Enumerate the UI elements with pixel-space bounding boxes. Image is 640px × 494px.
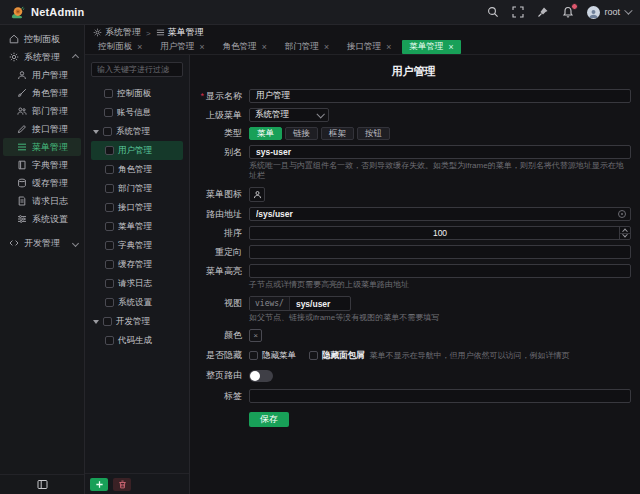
app-window: NetAdmin — [0, 0, 640, 494]
redirect-input[interactable] — [249, 245, 631, 259]
spinner-down-icon[interactable] — [620, 233, 630, 240]
menu-icon-label: 菜单图标 — [196, 188, 242, 201]
checkbox[interactable] — [105, 203, 114, 212]
sort-input[interactable] — [249, 226, 631, 240]
checkbox[interactable] — [105, 241, 114, 250]
tree-item-development[interactable]: 开发管理 — [91, 312, 183, 331]
close-icon[interactable] — [324, 42, 329, 52]
chevron-up-icon — [72, 53, 79, 60]
tab-departments[interactable]: 部门管理 — [278, 40, 336, 54]
close-icon[interactable] — [199, 42, 204, 52]
parent-menu-select[interactable]: 系统管理 — [249, 108, 329, 122]
checkbox[interactable] — [104, 89, 113, 98]
checkbox[interactable] — [105, 279, 114, 288]
sidebar-item-roles[interactable]: 角色管理 — [0, 84, 84, 102]
hide-menu-checkbox[interactable]: 隐藏菜单 — [249, 350, 296, 362]
sidebar-group-system[interactable]: 系统管理 — [0, 48, 84, 66]
checkbox[interactable] — [103, 317, 112, 326]
alias-input[interactable] — [249, 145, 631, 159]
tree-item-account[interactable]: 账号信息 — [91, 103, 183, 122]
tree-item-users-selected[interactable]: 用户管理 — [91, 141, 183, 160]
full-page-toggle[interactable] — [249, 370, 273, 382]
tree-item-settings[interactable]: 系统设置 — [91, 293, 183, 312]
sidebar-item-dashboard[interactable]: 控制面板 — [0, 30, 84, 48]
caret-down-icon[interactable] — [93, 130, 99, 134]
sidebar-group-development[interactable]: 开发管理 — [0, 234, 84, 252]
checkbox[interactable] — [105, 336, 114, 345]
route-suffix-icon[interactable] — [618, 210, 626, 218]
checkbox[interactable] — [105, 222, 114, 231]
collapse-sidebar-icon[interactable] — [37, 479, 48, 490]
pencil-icon — [17, 124, 27, 134]
add-menu-button[interactable] — [90, 478, 108, 491]
fullscreen-icon[interactable] — [512, 6, 524, 18]
hide-breadcrumb-checkbox[interactable]: 隐藏面包屑 — [309, 350, 365, 362]
tree-item-roles[interactable]: 角色管理 — [91, 160, 183, 179]
sidebar-item-cache[interactable]: 缓存管理 — [0, 174, 84, 192]
tab-roles[interactable]: 角色管理 — [216, 40, 274, 54]
checkbox[interactable] — [105, 260, 114, 269]
checkbox[interactable] — [105, 298, 114, 307]
sidebar-item-settings[interactable]: 系统设置 — [0, 210, 84, 228]
code-icon — [9, 238, 19, 248]
color-picker-button[interactable] — [249, 329, 262, 342]
pin-icon[interactable] — [537, 6, 549, 18]
close-icon[interactable] — [386, 42, 391, 52]
tree-item-system[interactable]: 系统管理 — [91, 122, 183, 141]
menu-icon-picker-button[interactable] — [249, 187, 265, 202]
notification-badge — [571, 3, 578, 10]
tree-item-dictionaries[interactable]: 字典管理 — [91, 236, 183, 255]
search-icon[interactable] — [487, 6, 499, 18]
breadcrumb-system[interactable]: 系统管理 — [93, 26, 141, 39]
checkbox[interactable] — [104, 108, 113, 117]
tab-users[interactable]: 用户管理 — [153, 40, 211, 54]
tab-menus-active[interactable]: 菜单管理 — [402, 40, 460, 54]
brush-icon — [17, 88, 27, 98]
type-option-menu[interactable]: 菜单 — [249, 127, 282, 140]
highlight-input[interactable] — [249, 264, 631, 278]
tree-item-cache[interactable]: 缓存管理 — [91, 255, 183, 274]
user-menu[interactable]: root — [587, 6, 630, 19]
caret-down-icon[interactable] — [93, 320, 99, 324]
form-title: 用户管理 — [196, 64, 631, 79]
tree-item-apis[interactable]: 接口管理 — [91, 198, 183, 217]
close-icon[interactable] — [137, 42, 142, 52]
menu-list-icon — [17, 142, 27, 152]
sliders-icon — [17, 214, 27, 224]
tree-item-codegen[interactable]: 代码生成 — [91, 331, 183, 350]
view-input-group[interactable]: views/ sys/user — [249, 296, 351, 311]
type-option-link[interactable]: 链接 — [285, 127, 318, 140]
checkbox[interactable] — [105, 165, 114, 174]
tag-input[interactable] — [249, 389, 631, 403]
sidebar-item-menus[interactable]: 菜单管理 — [3, 138, 81, 156]
breadcrumb-menus[interactable]: 菜单管理 — [156, 26, 204, 39]
display-name-input[interactable] — [249, 89, 631, 103]
menu-tree-panel: 控制面板 账号信息 系统管理 用户管理 角色管理 部门管理 — [85, 55, 190, 494]
sidebar-item-request-logs[interactable]: 请求日志 — [0, 192, 84, 210]
sidebar-item-dictionaries[interactable]: 字典管理 — [0, 156, 84, 174]
save-button[interactable]: 保存 — [249, 412, 289, 427]
tree-item-dashboard[interactable]: 控制面板 — [91, 84, 183, 103]
tree-filter-input[interactable] — [91, 62, 183, 77]
checkbox[interactable] — [105, 146, 114, 155]
close-icon[interactable] — [448, 42, 453, 52]
tree-item-departments[interactable]: 部门管理 — [91, 179, 183, 198]
tab-apis[interactable]: 接口管理 — [340, 40, 398, 54]
close-icon[interactable] — [262, 42, 267, 52]
route-input[interactable] — [249, 207, 631, 221]
book-icon — [17, 160, 27, 170]
sidebar-item-apis[interactable]: 接口管理 — [0, 120, 84, 138]
notifications-bell-icon[interactable] — [562, 6, 574, 18]
delete-menu-button[interactable] — [113, 478, 131, 491]
checkbox[interactable] — [103, 127, 112, 136]
tree-item-request-logs[interactable]: 请求日志 — [91, 274, 183, 293]
sidebar-item-users[interactable]: 用户管理 — [0, 66, 84, 84]
sidebar-item-departments[interactable]: 部门管理 — [0, 102, 84, 120]
view-value: sys/user — [290, 299, 337, 309]
gear-icon — [93, 28, 102, 37]
type-option-button[interactable]: 按钮 — [357, 127, 390, 140]
checkbox[interactable] — [105, 184, 114, 193]
tab-dashboard[interactable]: 控制面板 — [91, 40, 149, 54]
tree-item-menus[interactable]: 菜单管理 — [91, 217, 183, 236]
type-option-iframe[interactable]: 框架 — [321, 127, 354, 140]
